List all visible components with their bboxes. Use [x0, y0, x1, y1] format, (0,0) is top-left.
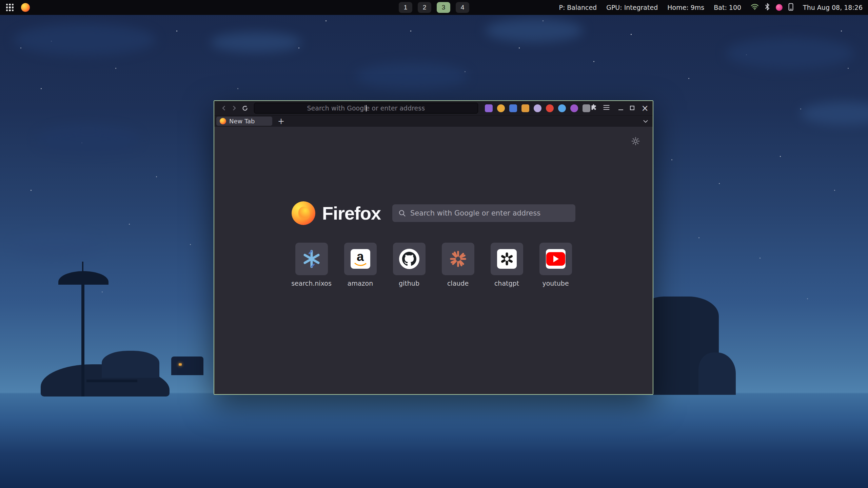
power-profile-status: P: Balanced — [559, 4, 597, 11]
search-icon — [398, 209, 406, 217]
shortcut-claude[interactable]: claude — [442, 243, 474, 287]
text-caret — [366, 105, 367, 111]
back-button[interactable] — [218, 103, 229, 113]
hut-light — [179, 363, 182, 366]
extension-toolbar — [485, 104, 590, 112]
phone-icon[interactable] — [788, 3, 793, 12]
github-icon — [399, 249, 419, 269]
youtube-icon — [546, 249, 566, 269]
wifi-icon[interactable] — [751, 3, 759, 12]
firefox-taskbar-icon[interactable] — [21, 3, 30, 12]
navigation-toolbar: Search with Google or enter address — [214, 101, 653, 115]
watchtower-tip — [82, 262, 83, 273]
cloud — [14, 234, 98, 256]
extension-icon-7[interactable] — [558, 104, 566, 112]
newtab-search-bar[interactable]: Search with Google or enter address — [392, 204, 575, 222]
workspace-2[interactable]: 2 — [418, 2, 431, 13]
extension-icon-2[interactable] — [497, 104, 505, 112]
extension-icon-9[interactable] — [583, 104, 590, 112]
tab-title: New Tab — [229, 118, 255, 125]
newtab-hero: Firefox Search with Google or enter addr… — [214, 201, 653, 225]
extension-icon-3[interactable] — [509, 104, 517, 112]
workspace-3-active[interactable]: 3 — [437, 2, 450, 13]
menu-hamburger-icon[interactable] — [603, 105, 610, 111]
workspace-switcher: 1 2 3 4 — [399, 2, 469, 13]
desktop: 1 2 3 4 P: Balanced GPU: Integrated Home… — [0, 0, 868, 488]
gpu-status: GPU: Integrated — [606, 4, 658, 11]
tab-bar: New Tab + — [214, 115, 653, 127]
maximize-button[interactable] — [630, 105, 634, 111]
forward-button[interactable] — [229, 103, 240, 113]
shortcut-search-nixos[interactable]: search.nixos — [295, 243, 328, 287]
tile-label: amazon — [348, 280, 373, 287]
newtab-settings-gear-icon[interactable] — [631, 137, 640, 147]
newtab-page: Firefox Search with Google or enter addr… — [214, 127, 653, 394]
cloud — [14, 24, 156, 56]
cloud — [800, 102, 868, 125]
shortcut-chatgpt[interactable]: chatgpt — [491, 243, 523, 287]
tile-label: youtube — [542, 280, 569, 287]
network-latency-status: Home: 9ms — [667, 4, 704, 11]
workspace-4[interactable]: 4 — [456, 2, 469, 13]
firefox-wordmark: Firefox — [322, 203, 381, 224]
shortcut-tiles: search.nixos a amazon — [214, 243, 653, 287]
extension-icon-8[interactable] — [570, 104, 578, 112]
tile-label: search.nixos — [291, 280, 332, 287]
nixos-snowflake-icon — [302, 249, 321, 268]
tile-label: chatgpt — [494, 280, 519, 287]
claude-icon — [449, 250, 467, 268]
tab-new-tab[interactable]: New Tab — [216, 117, 272, 126]
cloud — [37, 125, 139, 152]
cloud — [485, 19, 583, 42]
workspace-1[interactable]: 1 — [399, 2, 412, 13]
extension-icon-4[interactable] — [521, 104, 529, 112]
amazon-letter: a — [357, 251, 364, 262]
bluetooth-icon[interactable] — [765, 3, 770, 12]
watchtower-pole — [81, 276, 84, 396]
pier — [86, 380, 137, 382]
firefox-window: Search with Google or enter address — [214, 100, 653, 395]
hut — [171, 357, 203, 375]
close-button[interactable]: × — [641, 104, 649, 113]
tile-label: claude — [447, 280, 469, 287]
firefox-favicon — [220, 118, 226, 124]
amazon-icon: a — [351, 249, 370, 269]
watchtower-roof — [58, 271, 108, 285]
battery-status: Bat: 100 — [714, 4, 741, 11]
extensions-puzzle-icon[interactable] — [590, 104, 597, 112]
shortcut-youtube[interactable]: youtube — [539, 243, 572, 287]
chatgpt-icon — [497, 249, 517, 269]
minimize-button[interactable] — [618, 105, 623, 111]
cloud — [210, 32, 302, 53]
newtab-search-placeholder: Search with Google or enter address — [410, 209, 540, 217]
new-tab-button[interactable]: + — [276, 117, 286, 126]
extension-icon-1[interactable] — [485, 104, 493, 112]
color-indicator-icon[interactable] — [776, 4, 783, 11]
clock: Thu Aug 08, 18:26 — [803, 4, 863, 11]
island-right-rock — [698, 352, 736, 395]
extension-icon-6[interactable] — [546, 104, 554, 112]
tile-label: github — [399, 280, 419, 287]
reload-button[interactable] — [240, 103, 251, 113]
list-all-tabs-chevron-icon[interactable] — [643, 118, 648, 124]
extension-icon-5[interactable] — [534, 104, 541, 112]
url-bar[interactable]: Search with Google or enter address — [254, 103, 478, 114]
shortcut-amazon[interactable]: a amazon — [344, 243, 377, 287]
firefox-logo — [292, 201, 315, 225]
shortcut-github[interactable]: github — [393, 243, 426, 287]
island-left-rock — [102, 351, 159, 378]
cloud — [356, 63, 468, 90]
status-bar: 1 2 3 4 P: Balanced GPU: Integrated Home… — [0, 0, 868, 15]
app-launcher-icon[interactable] — [5, 3, 14, 12]
cloud — [726, 37, 854, 69]
